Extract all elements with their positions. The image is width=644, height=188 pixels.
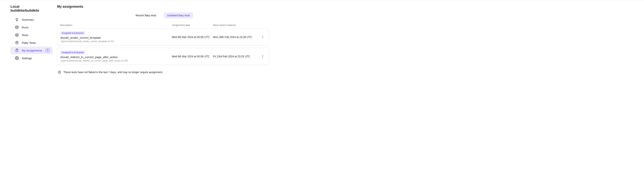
svg-point-8 xyxy=(262,38,263,38)
assignment-date: Wed 6th Mar 2024 at 00:06 UTC xyxy=(172,55,210,58)
assignment-badge: Assigned to Everyone xyxy=(60,51,85,54)
svg-point-10 xyxy=(262,56,263,57)
column-description: Description xyxy=(60,24,172,27)
sidebar-item-label: My Assignments xyxy=(22,49,46,52)
sidebar-title: Local buildkite/buildkite xyxy=(0,5,52,16)
svg-point-11 xyxy=(262,57,263,58)
gear-icon xyxy=(15,56,19,60)
page-title: My assignments xyxy=(57,5,269,9)
assignment-badge: Assigned to Everyone xyxy=(60,31,85,35)
column-most-recent: Most recent instance xyxy=(213,24,260,27)
svg-point-0 xyxy=(16,26,18,27)
tab-outdated-flaky[interactable]: Outdated flaky tests xyxy=(164,13,193,19)
test-path: ./spec/models/should_render_correct_temp… xyxy=(60,40,172,43)
sidebar-item-summary[interactable]: Summary xyxy=(10,16,52,23)
sidebar-item-label: Settings xyxy=(22,57,50,60)
test-name: should_redirect_to_correct_page_after_ac… xyxy=(60,56,172,59)
svg-point-14 xyxy=(60,72,60,72)
row-actions-menu[interactable] xyxy=(260,35,265,39)
runs-icon xyxy=(15,25,19,29)
column-assignment-date: Assignment date xyxy=(172,24,213,27)
sidebar-item-label: Runs xyxy=(22,26,50,29)
sidebar-item-label: Tests xyxy=(22,34,50,37)
svg-point-5 xyxy=(16,58,18,59)
svg-point-9 xyxy=(262,55,263,56)
clipboard-icon xyxy=(15,49,19,52)
kebab-icon xyxy=(261,35,264,39)
most-recent-date: Mon 26th Feb 2024 at 23:28 UTC xyxy=(213,36,252,39)
info-note: These tests have not flaked in the last … xyxy=(57,71,269,74)
test-path: ./spec/models/should_redirect_to_correct… xyxy=(60,59,172,62)
sidebar: Local buildkite/buildkite Summary Runs T… xyxy=(0,0,52,188)
svg-point-7 xyxy=(262,37,263,37)
test-row[interactable]: Assigned to Everyone should_redirect_to_… xyxy=(57,48,269,65)
tab-recent-flaky[interactable]: Recent flaky tests xyxy=(133,13,160,19)
row-actions-menu[interactable] xyxy=(260,54,265,59)
sidebar-item-label: Summary xyxy=(22,18,50,21)
table-header: Description Assignment date Most recent … xyxy=(57,24,269,28)
sidebar-item-runs[interactable]: Runs xyxy=(10,24,52,31)
tabs: Recent flaky tests Outdated flaky tests xyxy=(57,13,269,19)
main-content: My assignments Recent flaky tests Outdat… xyxy=(52,0,278,188)
sidebar-item-tests[interactable]: Tests xyxy=(10,31,52,39)
kebab-icon xyxy=(261,55,264,58)
svg-point-2 xyxy=(16,41,18,44)
info-icon xyxy=(58,71,61,74)
info-text: These tests have not flaked in the last … xyxy=(64,71,163,74)
test-row[interactable]: Assigned to Everyone should_render_corre… xyxy=(57,28,269,46)
sidebar-item-my-assignments[interactable]: My Assignments 5 xyxy=(10,47,52,54)
sidebar-item-flaky-tests[interactable]: Flaky Tests xyxy=(10,39,52,46)
most-recent-date: Fri 23rd Feb 2024 at 23:25 UTC xyxy=(213,55,250,58)
layers-icon xyxy=(15,33,19,37)
sidebar-item-settings[interactable]: Settings xyxy=(10,54,52,62)
test-name: should_render_correct_template xyxy=(60,36,172,39)
assignment-date: Wed 6th Mar 2024 at 00:06 UTC xyxy=(172,36,210,39)
sidebar-item-label: Flaky Tests xyxy=(22,41,50,44)
assignments-count-badge: 5 xyxy=(46,49,50,52)
flame-icon xyxy=(15,41,19,45)
svg-marker-1 xyxy=(16,34,18,35)
lightbulb-icon xyxy=(15,18,19,22)
svg-point-6 xyxy=(262,36,263,36)
